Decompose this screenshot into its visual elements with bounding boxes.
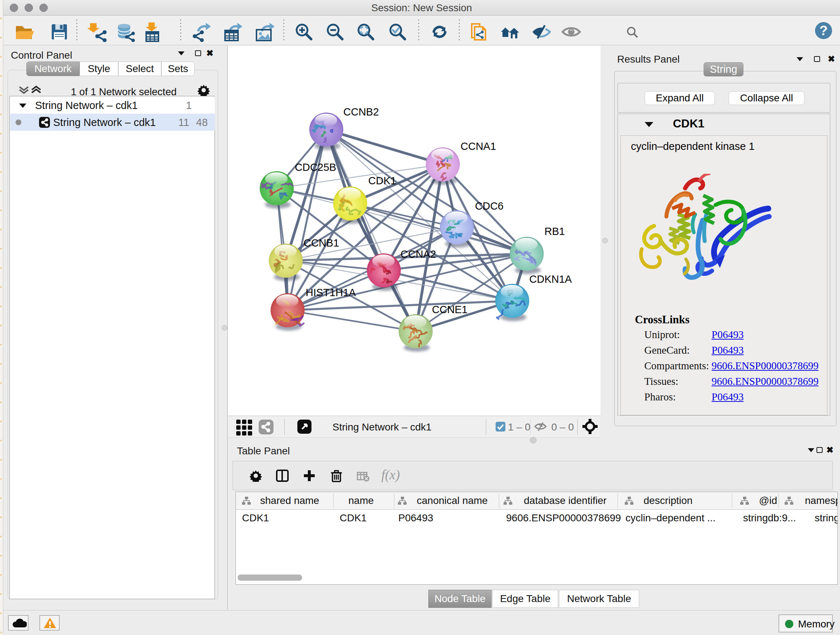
svg-text:CCNB2: CCNB2	[343, 106, 379, 118]
svg-text:CDC6: CDC6	[475, 200, 504, 212]
svg-text:CDKN1A: CDKN1A	[529, 273, 572, 285]
svg-text:CCNB1: CCNB1	[303, 237, 339, 249]
svg-text:CCNA2: CCNA2	[401, 249, 436, 260]
svg-text:CDC25B: CDC25B	[295, 162, 336, 173]
svg-text:HIST1H1A: HIST1H1A	[306, 287, 356, 298]
svg-text:RB1: RB1	[545, 226, 565, 237]
svg-text:CDK1: CDK1	[368, 175, 396, 187]
svg-text:CCNE1: CCNE1	[432, 304, 467, 315]
svg-text:CCNA1: CCNA1	[461, 141, 496, 152]
